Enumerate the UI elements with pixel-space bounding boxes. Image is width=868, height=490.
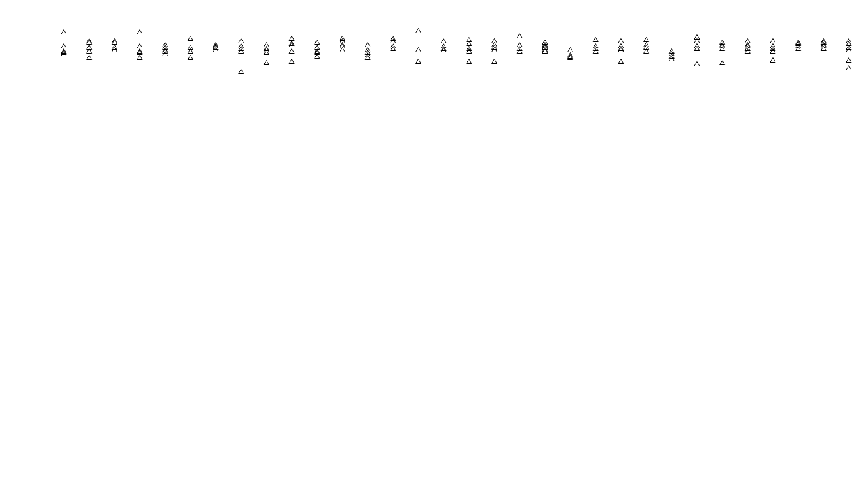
scatter-marker <box>770 58 775 63</box>
scatter-marker <box>289 59 294 64</box>
scatter-marker <box>441 39 446 43</box>
scatter-marker <box>770 39 775 43</box>
scatter-chart <box>0 0 868 490</box>
scatter-marker <box>415 59 421 64</box>
scatter-marker <box>61 30 66 34</box>
scatter-marker <box>846 58 851 63</box>
scatter-marker <box>239 39 244 43</box>
scatter-marker <box>491 59 497 64</box>
scatter-marker <box>720 61 725 65</box>
scatter-marker <box>467 59 472 64</box>
scatter-marker <box>618 39 624 43</box>
scatter-marker <box>188 56 193 60</box>
scatter-marker <box>137 44 142 48</box>
scatter-marker <box>365 43 370 47</box>
scatter-marker <box>87 56 92 60</box>
scatter-marker <box>618 59 624 64</box>
scatter-marker <box>593 38 598 42</box>
scatter-marker <box>137 56 142 60</box>
scatter-marker <box>289 49 294 54</box>
scatter-marker <box>188 36 193 41</box>
scatter-marker <box>846 66 851 70</box>
scatter-marker <box>415 29 421 33</box>
scatter-marker <box>315 40 320 45</box>
scatter-marker <box>137 30 142 34</box>
scatter-marker <box>289 36 294 41</box>
scatter-marker <box>644 38 649 42</box>
scatter-marker <box>415 48 421 52</box>
scatter-marker <box>61 44 66 48</box>
scatter-marker <box>517 34 522 38</box>
scatter-marker <box>694 62 700 66</box>
scatter-marker <box>568 48 573 52</box>
scatter-marker <box>239 70 244 74</box>
scatter-marker <box>264 61 269 65</box>
